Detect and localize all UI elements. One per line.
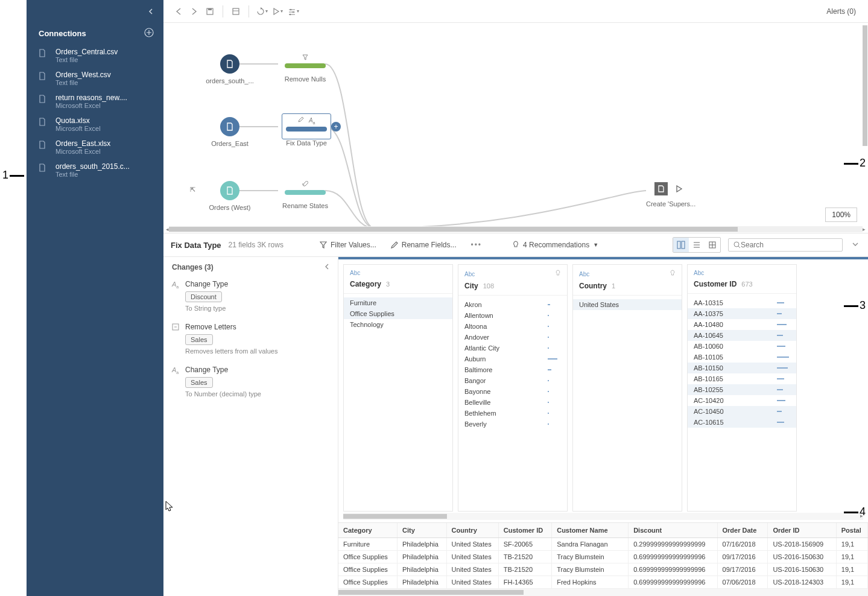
edit-icon: [298, 116, 304, 122]
card-value-row[interactable]: AB-10255: [688, 384, 796, 395]
card-value-row[interactable]: Allentown: [458, 310, 567, 321]
save-button[interactable]: [202, 4, 218, 19]
grid-cell: 19,1: [836, 538, 867, 551]
view-profile-button[interactable]: [673, 238, 689, 252]
connection-item[interactable]: return reasons_new....Microsoft Excel: [27, 90, 163, 113]
recommendations-button[interactable]: 4 Recommendations ▼: [512, 241, 598, 249]
card-value-row[interactable]: Baltimore: [458, 364, 567, 375]
card-value-row[interactable]: AB-10105: [688, 352, 796, 363]
rename-fields-button[interactable]: Rename Fields...: [387, 238, 460, 252]
profile-card[interactable]: Abc Country1 United States: [572, 264, 682, 512]
search-box[interactable]: [728, 238, 843, 252]
connection-item[interactable]: Quota.xlsxMicrosoft Excel: [27, 113, 163, 136]
card-value-row[interactable]: Auburn: [458, 353, 567, 364]
add-connection-button[interactable]: [144, 28, 154, 39]
alerts-indicator[interactable]: Alerts (0): [826, 7, 861, 16]
change-item[interactable]: Remove Letters Sales Removes letters fro…: [172, 323, 329, 355]
view-list-button[interactable]: [689, 238, 705, 252]
lightbulb-icon[interactable]: [555, 270, 561, 278]
profile-card[interactable]: Abc City108 AkronAllentownAltoonaAndover…: [458, 264, 568, 512]
card-value-row[interactable]: Technology: [344, 319, 452, 330]
change-title: Change Type: [185, 280, 329, 288]
toolbar-separator: [223, 5, 223, 17]
flow-step-rename-states[interactable]: Rename States: [281, 179, 329, 209]
table-row[interactable]: Office SuppliesPhiladelphiaUnited States…: [338, 563, 868, 576]
nav-forward-button[interactable]: [186, 4, 202, 19]
canvas-hscrollbar[interactable]: ◂ ▸: [166, 226, 866, 233]
card-value-row[interactable]: AA-10480: [688, 319, 796, 330]
view-grid-button[interactable]: [705, 238, 720, 252]
flow-output-node[interactable]: Create 'Supers...: [646, 182, 694, 208]
flow-step-fix-data-type[interactable]: Aa + Fix Data Type: [279, 113, 334, 147]
profile-card[interactable]: Abc Category3 FurnitureOffice SuppliesTe…: [343, 264, 453, 512]
flow-canvas[interactable]: orders_south_... Orders_East ⇱ Orders (W…: [163, 23, 868, 233]
filter-values-button[interactable]: Filter Values...: [316, 238, 380, 252]
grid-column-header[interactable]: Category: [338, 523, 397, 538]
grid-column-header[interactable]: Customer Name: [552, 523, 629, 538]
card-value-row[interactable]: Altoona: [458, 321, 567, 332]
card-value-row[interactable]: Office Supplies: [344, 308, 452, 319]
card-value-row[interactable]: Belleville: [458, 397, 567, 408]
lightbulb-icon[interactable]: [670, 270, 676, 278]
grid-column-header[interactable]: Order ID: [768, 523, 836, 538]
table-row[interactable]: Office SuppliesPhiladelphiaUnited States…: [338, 551, 868, 563]
card-value-row[interactable]: Bayonne: [458, 386, 567, 397]
collapse-changes-button[interactable]: [325, 263, 329, 271]
card-value-row[interactable]: Bangor: [458, 375, 567, 386]
sidebar-collapse[interactable]: [27, 0, 163, 23]
table-row[interactable]: FurniturePhiladelphiaUnited StatesSF-200…: [338, 538, 868, 551]
run-button[interactable]: ▾: [270, 4, 285, 19]
card-value-row[interactable]: United States: [573, 299, 682, 310]
card-value-row[interactable]: Andover: [458, 332, 567, 343]
profile-card[interactable]: Abc Customer ID673 AA-10315AA-10375AA-10…: [687, 264, 797, 512]
more-options-button[interactable]: •••: [467, 241, 486, 249]
card-value-row[interactable]: AB-10150: [688, 363, 796, 373]
change-item[interactable]: Aa Change Type Discount To String type: [172, 280, 329, 312]
change-field-chip[interactable]: Discount: [185, 291, 222, 302]
flow-step-remove-nulls[interactable]: Remove Nulls: [281, 52, 329, 83]
flow-input-orders-west[interactable]: ⇱ Orders (West): [200, 181, 260, 211]
card-value-row[interactable]: Akron: [458, 299, 567, 310]
grid-column-header[interactable]: Discount: [629, 523, 717, 538]
grid-column-header[interactable]: Customer ID: [498, 523, 551, 538]
card-value-row[interactable]: Furniture: [344, 297, 452, 308]
change-item[interactable]: Aa Change Type Sales To Number (decimal)…: [172, 366, 329, 398]
change-field-chip[interactable]: Sales: [185, 377, 213, 388]
cards-hscrollbar[interactable]: ▸: [343, 513, 863, 520]
grid-column-header[interactable]: City: [397, 523, 446, 538]
zoom-indicator[interactable]: 100%: [825, 208, 857, 222]
add-step-button[interactable]: +: [331, 122, 341, 132]
canvas-vscrollbar[interactable]: [861, 25, 868, 224]
table-row[interactable]: Office SuppliesPhiladelphiaUnited States…: [338, 576, 868, 589]
connection-item[interactable]: Orders_Central.csvText file: [27, 44, 163, 67]
grid-column-header[interactable]: Postal: [836, 523, 867, 538]
grid-hscrollbar[interactable]: [338, 589, 868, 596]
card-value-row[interactable]: Atlantic City: [458, 343, 567, 353]
refresh-button[interactable]: ▾: [254, 4, 270, 19]
grid-column-header[interactable]: Country: [446, 523, 498, 538]
connection-item[interactable]: Orders_East.xlsxMicrosoft Excel: [27, 136, 163, 159]
card-value-row[interactable]: Beverly: [458, 419, 567, 430]
grid-column-header[interactable]: Order Date: [717, 523, 768, 538]
collapse-profile-button[interactable]: [850, 241, 861, 249]
card-value-row[interactable]: AC-10615: [688, 417, 796, 428]
file-icon: [39, 72, 48, 82]
flow-input-orders-east[interactable]: Orders_East: [200, 117, 260, 147]
card-value-row[interactable]: AC-10450: [688, 406, 796, 417]
change-field-chip[interactable]: Sales: [185, 334, 213, 345]
flow-input-orders-south[interactable]: orders_south_...: [200, 54, 260, 84]
card-value-row[interactable]: AB-10165: [688, 373, 796, 384]
card-value-row[interactable]: Bethlehem: [458, 408, 567, 419]
card-value-row[interactable]: AA-10375: [688, 308, 796, 319]
output-run-button[interactable]: [673, 182, 686, 195]
connection-item[interactable]: orders_south_2015.c...Text file: [27, 159, 163, 182]
data-button[interactable]: [228, 4, 244, 19]
nav-back-button[interactable]: [171, 4, 186, 19]
card-value-row[interactable]: AA-10315: [688, 297, 796, 308]
card-value-row[interactable]: AB-10060: [688, 341, 796, 352]
card-value-row[interactable]: AA-10645: [688, 330, 796, 341]
connection-item[interactable]: Orders_West.csvText file: [27, 67, 163, 90]
card-value-row[interactable]: AC-10420: [688, 395, 796, 406]
settings-button[interactable]: ▾: [285, 4, 301, 19]
search-input[interactable]: [741, 241, 837, 249]
